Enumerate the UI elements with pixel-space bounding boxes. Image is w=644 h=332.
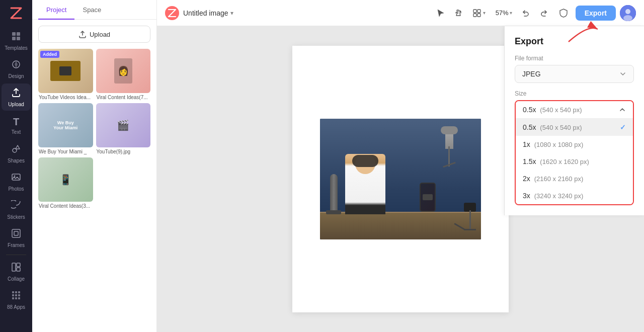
thumbnail-label: YouTube(9).jpg (96, 149, 151, 154)
svg-rect-24 (473, 14, 476, 17)
format-select[interactable]: JPEG (515, 65, 634, 83)
upload-icon (78, 30, 87, 38)
sidebar-item-label: Templates (5, 45, 28, 51)
svg-rect-3 (17, 37, 20, 40)
svg-rect-14 (15, 291, 17, 293)
svg-rect-23 (477, 10, 480, 13)
sidebar-item-label: 88 Apps (7, 304, 25, 310)
sidebar: Templates Design Upload T Text Shapes Ph… (0, 0, 32, 332)
sidebar-item-text[interactable]: T Text (2, 112, 31, 139)
sidebar-item-upload[interactable]: Upload (2, 84, 31, 111)
sidebar-item-label: Design (8, 73, 24, 79)
svg-rect-11 (17, 263, 20, 267)
size-option-3x[interactable]: 3x (3240 x 3240 px) (516, 187, 633, 204)
left-panel: Project Space Upload Added YouTube Video… (32, 0, 157, 332)
sidebar-item-label: Text (12, 129, 21, 135)
size-options-list: 0.5x (540 x 540 px) ✓ 1x (1080 x 1080 px… (516, 119, 633, 204)
svg-point-27 (625, 9, 630, 14)
export-panel-title: Export (515, 36, 634, 47)
svg-rect-18 (18, 294, 20, 296)
shapes-icon (11, 144, 21, 156)
sidebar-divider (6, 255, 26, 255)
size-option-2x[interactable]: 2x (2160 x 2160 px) (516, 170, 633, 187)
sidebar-item-frames[interactable]: Frames (2, 224, 31, 252)
upload-icon (11, 88, 21, 100)
chevron-down-icon: ▾ (230, 10, 233, 17)
sidebar-item-label: Upload (8, 102, 24, 107)
thumbnail-label: We Buy Your Miami _ (38, 149, 93, 154)
sidebar-item-photos[interactable]: Photos (2, 168, 31, 195)
zoom-control[interactable]: 57% ▾ (492, 7, 516, 19)
svg-rect-25 (477, 14, 480, 17)
sidebar-item-label: Collage (8, 276, 25, 282)
thumbnail-item[interactable]: 🎬 YouTube(9).jpg (96, 103, 151, 154)
chevron-down-icon (619, 70, 626, 77)
thumbnail-item[interactable]: 📱 Viral Content Ideas(3... (38, 157, 93, 209)
redo-button[interactable] (535, 5, 551, 21)
sidebar-item-collage[interactable]: Collage (2, 258, 31, 285)
text-icon: T (13, 116, 19, 128)
shield-button[interactable] (555, 5, 572, 21)
sidebar-item-shapes[interactable]: Shapes (2, 140, 31, 167)
toolbar-logo (165, 6, 179, 20)
svg-point-7 (14, 175, 16, 177)
svg-rect-2 (12, 37, 16, 40)
svg-rect-8 (12, 229, 20, 237)
canvas-image (320, 119, 481, 239)
export-panel: Export File format JPEG Size 0.5x (540 x… (504, 26, 644, 215)
collage-icon (11, 262, 21, 275)
design-icon (11, 59, 21, 72)
size-section: Size 0.5x (540 x 540 px) 0.5x (540 x 540… (515, 90, 634, 205)
upload-button[interactable]: Upload (38, 26, 150, 43)
svg-rect-9 (14, 231, 18, 235)
sidebar-item-stickers[interactable]: Stickers (2, 196, 31, 223)
doc-title[interactable]: Untitled image ▾ (183, 9, 233, 17)
size-option-0-5x[interactable]: 0.5x (540 x 540 px) ✓ (516, 119, 633, 136)
apps-icon (11, 290, 21, 303)
thumbnail-item[interactable]: 👩 Viral Content Ideas(7... (96, 49, 151, 100)
size-option-1x[interactable]: 1x (1080 x 1080 px) (516, 136, 633, 153)
chevron-up-icon (619, 106, 626, 113)
export-button[interactable]: Export (576, 6, 616, 21)
select-tool[interactable] (433, 5, 449, 21)
grid-tool[interactable]: ▾ (469, 5, 490, 21)
thumbnail-label: YouTube Videos Idea... (38, 95, 93, 100)
sidebar-item-design[interactable]: Design (2, 55, 31, 82)
thumbnail-label: Viral Content Ideas(3... (38, 203, 93, 209)
toolbar: Untitled image ▾ ▾ 57% ▾ (157, 0, 644, 26)
svg-rect-10 (12, 263, 16, 271)
photos-icon (11, 172, 21, 185)
size-option-1-5x[interactable]: 1.5x (1620 x 1620 px) (516, 153, 633, 170)
tab-space[interactable]: Space (74, 0, 109, 20)
frames-icon (11, 228, 21, 241)
svg-rect-12 (17, 268, 20, 271)
svg-rect-16 (12, 294, 14, 296)
size-current[interactable]: 0.5x (540 x 540 px) (516, 101, 633, 119)
sidebar-item-apps[interactable]: 88 Apps (2, 286, 31, 313)
thumbnail-item[interactable]: Added YouTube Videos Idea... (38, 49, 93, 100)
chevron-down-icon: ▾ (510, 10, 512, 16)
svg-rect-19 (12, 297, 14, 299)
svg-rect-15 (18, 291, 20, 293)
svg-rect-20 (15, 297, 17, 299)
undo-button[interactable] (518, 5, 534, 21)
check-icon: ✓ (620, 123, 626, 131)
toolbar-tools: ▾ 57% ▾ (433, 5, 551, 21)
user-avatar[interactable] (620, 5, 636, 21)
file-format-label: File format (515, 55, 634, 62)
canvas-frame (292, 46, 509, 312)
svg-rect-21 (18, 297, 20, 299)
tab-project[interactable]: Project (38, 0, 74, 20)
size-dropdown: 0.5x (540 x 540 px) 0.5x (540 x 540 px) … (515, 100, 634, 205)
svg-rect-17 (15, 294, 17, 296)
svg-point-28 (623, 15, 632, 21)
thumbnail-item[interactable]: We BuyYour Miami We Buy Your Miami _ (38, 103, 93, 154)
sidebar-item-templates[interactable]: Templates (2, 27, 31, 54)
thumbnail-label: Viral Content Ideas(7... (96, 95, 151, 100)
size-label: Size (515, 90, 634, 97)
app-logo[interactable] (7, 4, 25, 22)
sidebar-item-label: Shapes (8, 158, 25, 163)
thumbnail-grid: Added YouTube Videos Idea... 👩 Viral Con… (32, 49, 156, 209)
svg-rect-13 (12, 291, 14, 293)
hand-tool[interactable] (451, 5, 467, 21)
